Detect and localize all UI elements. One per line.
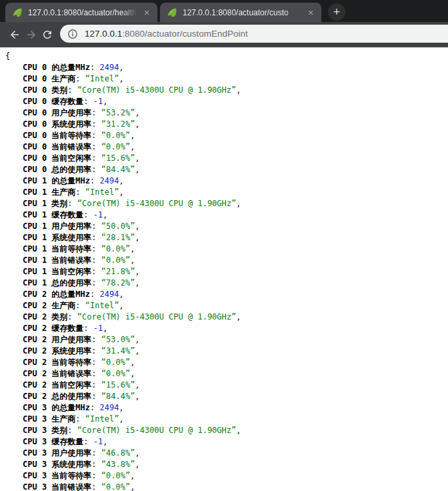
json-colon: : <box>90 176 99 185</box>
json-line: CPU 2 生产商: “Intel”, <box>5 300 448 312</box>
json-line: CPU 2 类别: “Core(TM) i5-4300U CPU @ 1.90G… <box>5 312 448 323</box>
refresh-icon[interactable] <box>41 29 53 41</box>
json-line: CPU 0 用户使用率: “53.2%”, <box>5 107 448 119</box>
json-key: CPU 3 类别 <box>23 426 67 435</box>
json-value: “Intel” <box>85 301 119 310</box>
json-value: 2494 <box>99 63 119 72</box>
json-value: “Core(TM) i5-4300U CPU @ 1.90GHz” <box>77 85 236 95</box>
json-colon: : <box>91 369 101 378</box>
json-key: CPU 3 用户使用率 <box>23 448 91 458</box>
spring-leaf-icon <box>167 7 177 18</box>
new-tab-button[interactable]: + <box>328 3 345 21</box>
json-line: CPU 1 总的使用率: “78.2%”, <box>5 278 448 289</box>
json-key: CPU 3 系统使用率 <box>23 460 91 469</box>
json-value: “0.0%” <box>101 471 130 480</box>
json-colon: : <box>91 380 101 390</box>
json-colon: : <box>91 131 101 140</box>
json-comma: , <box>135 460 139 469</box>
json-line: CPU 2 当前错误率: “0.0%”, <box>5 368 448 380</box>
json-colon: : <box>91 482 101 491</box>
json-line: CPU 3 用户使用率: “46.8%”, <box>5 448 448 459</box>
json-line: CPU 2 系统使用率: “31.4%”, <box>5 346 448 357</box>
json-value: 2494 <box>99 290 119 299</box>
json-value: -1 <box>93 210 103 219</box>
json-comma: , <box>103 97 107 106</box>
json-line: CPU 1 系统使用率: “28.1%”, <box>5 232 448 243</box>
json-line: CPU 1 当前等待率: “0.0%”, <box>5 243 448 255</box>
json-value: “84.4%” <box>101 165 135 174</box>
json-colon: : <box>67 85 77 95</box>
json-comma: , <box>119 403 123 412</box>
json-comma: , <box>103 437 107 446</box>
json-line: CPU 0 类别: “Core(TM) i5-4300U CPU @ 1.90G… <box>5 85 448 96</box>
json-value: “15.6%” <box>101 380 135 390</box>
json-value: 2494 <box>99 176 119 185</box>
json-comma: , <box>236 312 241 322</box>
json-value: “53.2%” <box>101 108 135 117</box>
json-value: “0.0%” <box>101 244 130 254</box>
close-icon[interactable]: × <box>305 8 316 17</box>
json-comma: , <box>119 176 123 185</box>
json-comma: , <box>135 392 139 401</box>
json-value: “78.2%” <box>101 278 135 288</box>
json-value: “0.0%” <box>101 358 130 367</box>
json-value: “28.1%” <box>101 233 135 242</box>
json-line: CPU 0 的总量MHz: 2494, <box>5 62 448 73</box>
json-colon: : <box>91 244 101 254</box>
forward-icon[interactable] <box>25 29 37 41</box>
json-key: CPU 1 用户使用率 <box>23 221 91 231</box>
json-line: CPU 3 当前等待率: “0.0%”, <box>5 470 448 482</box>
json-value: “Core(TM) i5-4300U CPU @ 1.90GHz” <box>77 312 236 322</box>
browser-toolbar: 127.0.0.1:8080/actuator/customEndPoint <box>0 22 448 47</box>
json-value: “0.0%” <box>101 131 130 140</box>
json-comma: , <box>135 380 139 390</box>
json-line: CPU 0 缓存数量: -1, <box>5 96 448 107</box>
tab-actuator-custom-endpoint[interactable]: 127.0.0.1:8080/actuator/custo × <box>160 3 321 22</box>
json-comma: , <box>119 414 123 424</box>
json-value: -1 <box>93 324 103 333</box>
json-key: CPU 2 总的使用率 <box>23 392 91 401</box>
json-line: CPU 2 总的使用率: “84.4%”, <box>5 391 448 402</box>
tab-title: 127.0.0.1:8080/actuator/health <box>28 8 137 17</box>
json-key: CPU 1 类别 <box>23 199 67 208</box>
json-value: “43.8%” <box>101 460 135 469</box>
json-comma: , <box>119 301 123 310</box>
json-value: “Intel” <box>85 187 119 197</box>
json-colon: : <box>75 74 85 83</box>
json-value: “0.0%” <box>101 369 130 378</box>
json-key: CPU 0 用户使用率 <box>23 108 91 117</box>
json-line: CPU 0 当前空闲率: “15.6%”, <box>5 153 448 164</box>
json-value: “46.8%” <box>101 448 135 458</box>
json-line: CPU 1 缓存数量: -1, <box>5 209 448 221</box>
json-comma: , <box>119 290 123 299</box>
json-colon: : <box>83 210 93 219</box>
json-line: CPU 0 系统使用率: “31.2%”, <box>5 119 448 130</box>
json-comma: , <box>130 244 135 254</box>
json-comma: , <box>135 335 139 344</box>
json-colon: : <box>75 414 85 424</box>
address-bar[interactable]: 127.0.0.1:8080/actuator/customEndPoint <box>60 25 448 43</box>
json-line: CPU 3 系统使用率: “43.8%”, <box>5 459 448 470</box>
spring-leaf-icon <box>12 7 23 18</box>
json-key: CPU 0 当前等待率 <box>23 131 91 140</box>
close-icon[interactable]: × <box>141 8 152 17</box>
json-colon: : <box>90 290 99 299</box>
json-colon: : <box>91 119 101 129</box>
json-comma: , <box>130 131 135 140</box>
back-icon[interactable] <box>9 29 21 41</box>
info-icon[interactable] <box>67 29 78 39</box>
url-path: :8080/actuator/customEndPoint <box>122 29 247 39</box>
json-key: CPU 2 类别 <box>23 312 67 322</box>
json-comma: , <box>130 142 135 151</box>
json-line: CPU 1 类别: “Core(TM) i5-4300U CPU @ 1.90G… <box>5 198 448 209</box>
json-comma: , <box>135 448 139 458</box>
json-line: CPU 3 的总量MHz: 2494, <box>5 402 448 414</box>
json-value: “15.6%” <box>101 153 135 163</box>
json-key: CPU 1 当前错误率 <box>23 256 91 265</box>
json-comma: , <box>130 369 135 378</box>
json-value: “0.0%” <box>101 256 130 265</box>
json-comma: , <box>135 267 139 276</box>
json-value: -1 <box>93 97 103 106</box>
url-text: 127.0.0.1:8080/actuator/customEndPoint <box>85 29 248 39</box>
tab-actuator-health[interactable]: 127.0.0.1:8080/actuator/health × <box>5 3 157 22</box>
